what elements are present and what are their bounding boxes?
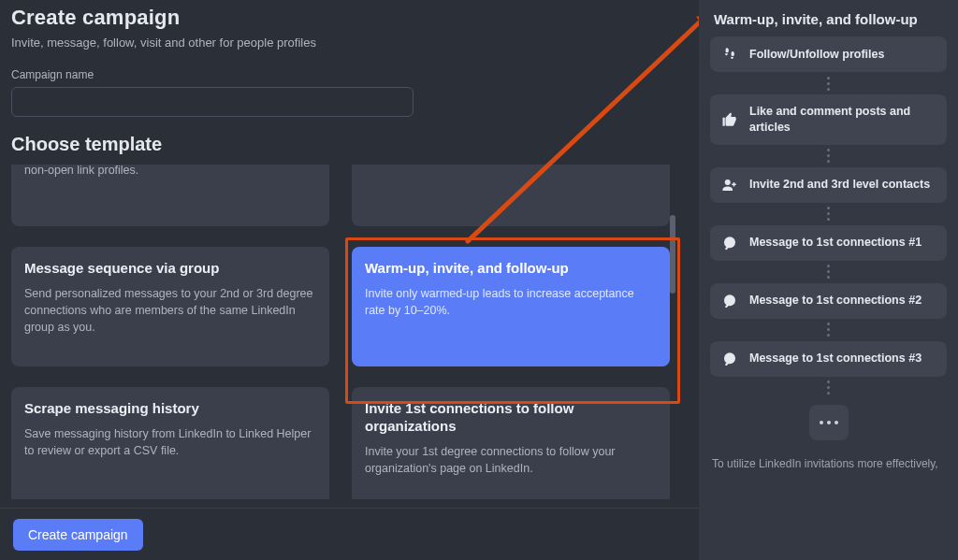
template-desc: Send personalized messages to your 2nd o… xyxy=(24,285,314,336)
workflow-step-label: Invite 2nd and 3rd level contacts xyxy=(749,177,930,193)
panel-header: Create campaign Invite, message, follow,… xyxy=(0,0,699,50)
campaign-name-label: Campaign name xyxy=(0,68,699,81)
svg-point-2 xyxy=(725,179,731,185)
workflow-connector xyxy=(710,261,947,283)
templates-grid: degree network. Requires LinkedIn InMail… xyxy=(11,165,670,499)
templates-viewport: degree network. Requires LinkedIn InMail… xyxy=(0,165,686,499)
svg-point-8 xyxy=(727,299,729,301)
workflow-step[interactable]: Follow/Unfollow profiles xyxy=(710,36,947,72)
template-card[interactable]: page even to people outside your 1st deg… xyxy=(352,165,670,226)
template-card-invite-1st-connections[interactable]: Invite 1st connections to follow organiz… xyxy=(352,387,670,499)
workflow-step-label: Message to 1st connections #1 xyxy=(749,235,922,251)
template-card-scrape-messaging-history[interactable]: Scrape messaging history Save messaging … xyxy=(11,387,329,499)
workflow-step[interactable]: Message to 1st connections #3 xyxy=(710,341,947,377)
scrollbar-thumb[interactable] xyxy=(670,215,675,294)
create-campaign-button[interactable]: Create campaign xyxy=(13,519,143,551)
page-subtitle: Invite, message, follow, visit and other… xyxy=(11,36,688,50)
workflow-connector xyxy=(710,319,947,341)
workflow-step[interactable]: Message to 1st connections #2 xyxy=(710,283,947,319)
template-desc: degree network. Requires LinkedIn InMail… xyxy=(24,165,314,179)
chat-icon xyxy=(721,293,738,309)
person-add-icon xyxy=(721,177,738,194)
preview-title: Warm-up, invite, and follow-up xyxy=(710,7,951,36)
template-title: Invite 1st connections to follow organiz… xyxy=(365,400,655,436)
svg-point-10 xyxy=(731,299,733,301)
workflow-step[interactable]: Like and comment posts and articles xyxy=(710,94,947,145)
svg-point-5 xyxy=(729,241,731,243)
template-desc: Invite only warmed-up leads to increase … xyxy=(365,285,655,319)
svg-point-9 xyxy=(729,299,731,301)
svg-point-13 xyxy=(729,357,731,359)
app-root: Create campaign Invite, message, follow,… xyxy=(0,0,958,560)
svg-point-14 xyxy=(731,357,733,359)
template-desc: Save messaging history from LinkedIn to … xyxy=(24,425,314,459)
chat-icon xyxy=(721,235,738,251)
workflow-step-label: Follow/Unfollow profiles xyxy=(749,47,884,63)
workflow-step[interactable]: Invite 2nd and 3rd level contacts xyxy=(710,167,947,203)
campaign-name-input[interactable] xyxy=(11,87,414,117)
choose-template-heading: Choose template xyxy=(0,117,699,159)
more-steps-button[interactable] xyxy=(809,405,849,440)
workflow-connector xyxy=(710,203,947,225)
workflow-connector xyxy=(710,377,947,399)
svg-point-4 xyxy=(727,241,729,243)
preview-note: To utilize LinkedIn invitations more eff… xyxy=(710,457,947,470)
thumbs-up-icon xyxy=(721,111,738,128)
workflow-connector xyxy=(710,72,947,94)
template-desc: Invite your 1st degree connections to fo… xyxy=(365,443,655,477)
workflow-connector xyxy=(710,145,947,167)
workflow-step-label: Message to 1st connections #2 xyxy=(749,293,922,309)
template-card-message-sequence-via-group[interactable]: Message sequence via group Send personal… xyxy=(11,247,329,366)
chat-icon xyxy=(721,351,738,367)
footer-bar: Create campaign xyxy=(0,508,699,560)
workflow-step[interactable]: Message to 1st connections #1 xyxy=(710,225,947,261)
left-panel: Create campaign Invite, message, follow,… xyxy=(0,0,699,560)
workflow-step-label: Message to 1st connections #3 xyxy=(749,351,922,366)
template-title: Scrape messaging history xyxy=(24,400,314,418)
svg-point-6 xyxy=(731,241,733,243)
template-title: Message sequence via group xyxy=(24,260,314,278)
page-title: Create campaign xyxy=(11,6,688,30)
template-card[interactable]: degree network. Requires LinkedIn InMail… xyxy=(11,165,329,226)
svg-point-12 xyxy=(727,357,729,359)
right-panel: Warm-up, invite, and follow-up Follow/Un… xyxy=(699,0,958,560)
workflow-step-label: Like and comment posts and articles xyxy=(749,104,936,136)
templates-scrollbar[interactable] xyxy=(670,168,675,486)
template-card-warmup-invite-followup[interactable]: Warm-up, invite, and follow-up Invite on… xyxy=(352,247,670,366)
template-title: Warm-up, invite, and follow-up xyxy=(365,260,655,278)
workflow-steps: Follow/Unfollow profiles Like and commen… xyxy=(710,36,951,470)
footsteps-icon xyxy=(721,46,738,63)
